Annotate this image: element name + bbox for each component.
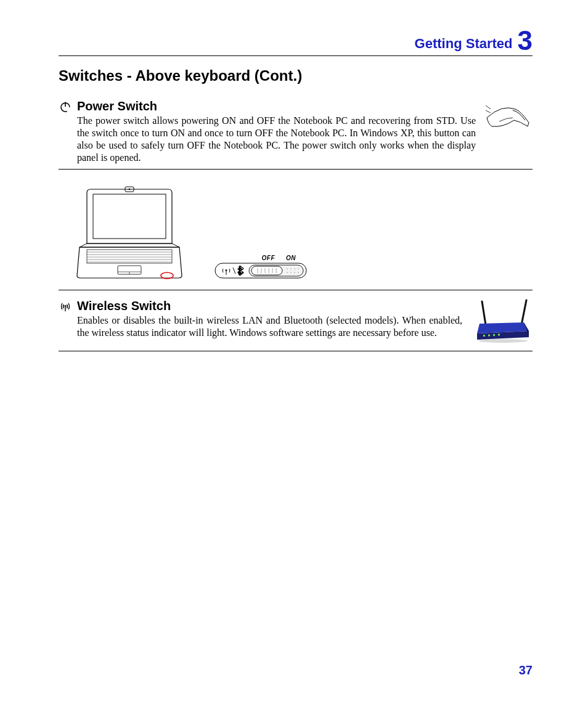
svg-rect-39 — [483, 335, 485, 337]
svg-point-35 — [65, 305, 67, 307]
power-heading: Power Switch — [77, 99, 476, 113]
section-title: Switches - Above keyboard (Cont.) — [59, 67, 533, 84]
svg-rect-5 — [87, 250, 172, 263]
svg-rect-2 — [93, 194, 166, 239]
svg-point-31 — [287, 272, 288, 273]
svg-rect-40 — [488, 335, 490, 337]
svg-rect-20 — [251, 266, 282, 275]
svg-line-37 — [482, 301, 486, 325]
svg-point-33 — [294, 272, 295, 273]
svg-line-38 — [521, 300, 526, 325]
power-switch-block: Power Switch The power switch allows pow… — [59, 99, 533, 170]
svg-point-43 — [478, 339, 528, 343]
wireless-switch-block: Wireless Switch Enables or disables the … — [59, 299, 533, 351]
wireless-icon — [59, 299, 72, 313]
wireless-body: Enables or disables the built-in wireles… — [77, 314, 462, 339]
svg-point-16 — [226, 269, 227, 271]
svg-point-28 — [290, 268, 292, 269]
notebook-figure — [76, 186, 184, 284]
power-body: The power switch allows powering ON and … — [77, 115, 476, 164]
power-icon — [59, 99, 72, 113]
wireless-switch-figure: OFF ON — [214, 255, 307, 284]
svg-point-30 — [298, 268, 299, 269]
svg-point-32 — [290, 272, 292, 273]
chapter-number: 3 — [518, 28, 533, 53]
svg-rect-42 — [498, 334, 500, 336]
wireless-heading: Wireless Switch — [77, 299, 462, 313]
header-title: Getting Started — [415, 36, 513, 53]
svg-rect-41 — [493, 334, 495, 336]
hand-press-icon — [484, 99, 533, 137]
svg-point-4 — [129, 189, 131, 190]
svg-point-29 — [294, 268, 295, 269]
figure-row: OFF ON — [59, 178, 533, 290]
svg-point-34 — [298, 272, 299, 273]
svg-point-27 — [287, 268, 288, 269]
router-figure — [471, 299, 533, 346]
page-number: 37 — [519, 663, 533, 677]
switch-off-label: OFF — [262, 255, 276, 261]
switch-on-label: ON — [286, 255, 296, 261]
document-page: Getting Started 3 Switches - Above keybo… — [0, 0, 588, 712]
page-header: Getting Started 3 — [59, 28, 533, 56]
